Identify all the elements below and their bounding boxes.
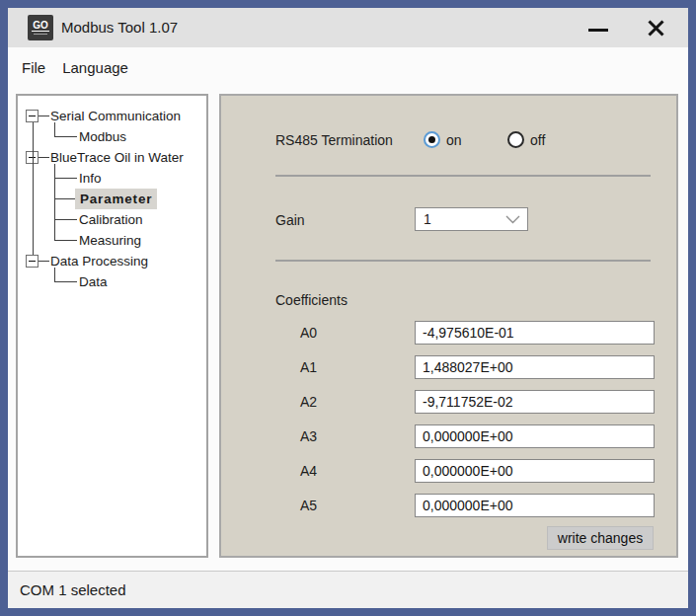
tree-item-serial-communication[interactable]: Serial Communication bbox=[50, 106, 181, 126]
coef-label-a1: A1 bbox=[300, 355, 340, 379]
coef-label-a0: A0 bbox=[300, 321, 340, 345]
tree-connector-line bbox=[39, 116, 49, 116]
status-text: COM 1 selected bbox=[20, 581, 126, 598]
tree-item-info[interactable]: Info bbox=[79, 168, 102, 189]
tree-item-measuring[interactable]: Measuring bbox=[79, 230, 141, 251]
menu-file[interactable]: File bbox=[20, 57, 47, 78]
close-button[interactable] bbox=[634, 8, 677, 47]
navigation-tree-panel: Serial CommunicationModbusBlueTrace Oil … bbox=[16, 94, 208, 558]
tree-connector-line bbox=[54, 136, 77, 137]
coef-input-a0[interactable] bbox=[415, 321, 655, 345]
coef-input-a3[interactable] bbox=[415, 424, 655, 448]
titlebar: GO Modbus Tool 1.07 bbox=[8, 8, 688, 47]
tree-item-data-processing[interactable]: Data Processing bbox=[50, 251, 148, 271]
tree-connector-line bbox=[54, 198, 77, 199]
tree-item-modbus[interactable]: Modbus bbox=[79, 126, 126, 147]
tree-connector-line bbox=[54, 122, 55, 136]
status-bar: COM 1 selected bbox=[8, 571, 688, 608]
tree-item-calibration[interactable]: Calibration bbox=[79, 209, 143, 230]
app-window: GO Modbus Tool 1.07 File Language Serial… bbox=[0, 0, 696, 616]
tree-connector-line bbox=[39, 157, 49, 158]
app-logo-icon: GO bbox=[28, 15, 53, 40]
coef-label-a5: A5 bbox=[300, 494, 340, 517]
write-changes-button[interactable]: write changes bbox=[547, 526, 654, 550]
tree-connector-line bbox=[54, 178, 77, 179]
parameter-panel: RS485 Termination on off Gain 1 Coeffici… bbox=[219, 94, 678, 558]
tree-connector-line bbox=[54, 240, 77, 241]
coef-input-a4[interactable] bbox=[415, 459, 655, 483]
tree-connector-line bbox=[39, 261, 49, 262]
minus-icon bbox=[29, 261, 36, 262]
window-title: Modbus Tool 1.07 bbox=[61, 8, 178, 47]
tree-connector-line bbox=[54, 219, 77, 220]
coef-label-a4: A4 bbox=[300, 459, 340, 483]
coef-label-a3: A3 bbox=[300, 424, 340, 448]
coef-input-a2[interactable] bbox=[415, 390, 655, 414]
tree-connector-line bbox=[54, 268, 55, 281]
tree-item-parameter[interactable]: Parameter bbox=[75, 189, 157, 209]
tree-connector-line bbox=[33, 122, 34, 255]
coefficients-list: A0A1A2A3A4A5 bbox=[221, 96, 676, 556]
menu-language[interactable]: Language bbox=[60, 57, 130, 78]
tree: Serial CommunicationModbusBlueTrace Oil … bbox=[18, 96, 206, 556]
menubar: File Language bbox=[8, 47, 688, 87]
tree-expander-serial-communication[interactable] bbox=[26, 110, 39, 122]
tree-expander-data-processing[interactable] bbox=[26, 255, 39, 268]
app-logo-text: GO bbox=[32, 21, 49, 33]
tree-item-data[interactable]: Data bbox=[79, 271, 108, 292]
coef-label-a2: A2 bbox=[300, 390, 340, 414]
coef-input-a5[interactable] bbox=[415, 494, 655, 517]
app-logo-underline bbox=[34, 34, 47, 35]
tree-connector-line bbox=[54, 164, 55, 240]
minimize-button[interactable] bbox=[580, 8, 616, 47]
minus-icon bbox=[29, 116, 36, 116]
coef-input-a1[interactable] bbox=[415, 355, 655, 379]
tree-connector-line bbox=[54, 281, 77, 282]
tree-item-bluetrace-oil-in-water[interactable]: BlueTrace Oil in Water bbox=[50, 147, 184, 168]
close-icon bbox=[646, 18, 666, 38]
minimize-icon bbox=[588, 29, 608, 32]
